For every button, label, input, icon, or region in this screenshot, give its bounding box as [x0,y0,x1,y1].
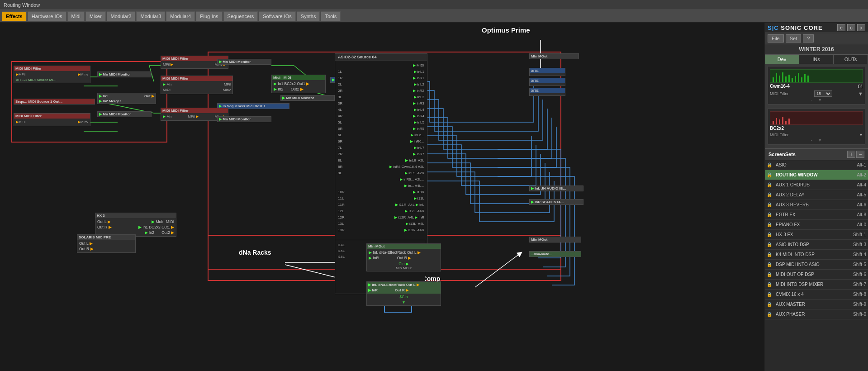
ss-shortcut: Alt-5 [846,192,866,197]
node-hx3[interactable]: HX 3 Out L ▶ ▶ Midi MIDI Out R ▶ ▶ In1 B… [95,213,176,237]
device-cwm-filter-select[interactable]: 151413 [814,90,832,97]
node-spacesta[interactable]: ▶ InR SPACESTA... [529,199,583,205]
screensets-add-btn[interactable]: + [847,151,855,158]
ss-row-aux3[interactable]: 🔒 AUX 3 REVERB Alt-6 [765,200,868,210]
node-mout-right-bottom[interactable]: MIn MOut [529,237,581,243]
panel-btn-minimize[interactable]: e [837,24,845,31]
node-xite-right1[interactable]: XITE [529,68,565,76]
panel-header: S|C SONIC CORE e o x [765,23,868,33]
canvas-area[interactable]: Optimus Prime dNa Racks MultiBand Comp M… [0,23,764,371]
ss-row-aux1[interactable]: 🔒 AUX 1 CHORUS Alt-4 [765,180,868,190]
ss-shortcut: Alt-0 [846,222,866,227]
panel-tab-ins[interactable]: INs [799,55,834,64]
node-midi-mout-top[interactable]: MIn MOut [529,53,579,59]
ss-shortcut: Alt-6 [846,202,866,207]
node-solaris-mic[interactable]: SOLARIS MIC PRE Out L ▶ Out R ▶ [77,234,136,253]
node-bc2x2[interactable]: Midi MIDI ▶ In1 BC2x2 Out1 ▶ ▶ In2 Out2 … [271,75,326,93]
ss-lock-icon: 🔒 [767,282,774,287]
ss-row-aux-master[interactable]: 🔒 AUX MASTER Shift-9 [765,300,868,309]
ss-lock-icon: 🔒 [767,232,774,237]
node-dna-effectrack-bottom[interactable]: ▶ InL dNa-EffectRack Out L ▶ ▶ InR Out R… [366,281,441,306]
node-dna-effectrack-top[interactable]: MIn MOut ▶ InL dNa-EffectRack Out L ▶ ▶ … [366,243,441,271]
ss-row-aux2[interactable]: 🔒 AUX 2 DELAY Alt-5 [765,190,868,200]
device-bc2-arrow-down: ▼ [859,133,863,137]
ss-name: DSP MIDI INTO ASIO [774,262,846,267]
node-dna-right[interactable]: ...dna-matc... [529,251,581,257]
panel-controls: e o x [837,24,865,31]
ss-row-aux-phaser[interactable]: 🔒 AUX PHASER Shift-0 [765,309,868,319]
ss-lock-icon: 🔒 [767,262,774,267]
title-bar: Routing Window [0,0,868,10]
ss-row-egtr[interactable]: 🔒 EGTR FX Alt-8 [765,210,868,220]
node-merger-1[interactable]: ▶ In1 Out ▶ ▶ In2 Merger [97,93,156,104]
tab-effects[interactable]: Effects [2,11,27,21]
panel-tab-outs[interactable]: OUTs [834,55,868,64]
ss-row-k4midi[interactable]: 🔒 K4 MIDI INTO DSP Shift-4 [765,250,868,260]
ss-name: MIDI OUT OF DSP [774,272,846,277]
device-card-cwm: Cwm16-4 01 MIDI Filter 151413 ▼ - ▼ [768,66,865,105]
ss-row-routing[interactable]: 🔒 ROUTING WINDOW Alt-2 [765,170,868,180]
ss-shortcut: Alt-4 [846,182,866,187]
node-xite-right2[interactable]: XITE [529,78,565,86]
ss-name: K4 MIDI INTO DSP [774,252,846,257]
node-midi-filter-mid2[interactable]: MIDI MIDI Filter ▶ Mn MFil MIDI MInv [161,76,233,94]
panel-btn-restore[interactable]: o [847,24,855,31]
tab-midi[interactable]: Midi [67,11,85,21]
node-midi-filter-1[interactable]: MIDI MIDI Filter ▶MFil ▶MInv XITE-1 MIDI… [14,66,90,83]
node-jh-audio[interactable]: ▶ InL JH AUDIO IB... [529,186,583,191]
device-visual-bc2 [770,111,863,125]
ss-row-midi-out[interactable]: 🔒 MIDI OUT OF DSP Shift-6 [765,270,868,280]
ss-row-midi-dsp-mixer[interactable]: 🔒 MIDI INTO DSP MIXER Shift-7 [765,280,868,290]
ss-name: AUX 2 DELAY [774,192,846,197]
node-midi-monitor-2[interactable]: ▶ Mn MIDI Monitor [97,111,152,117]
screensets-title: ScreenSets [768,152,796,157]
node-seq-midi-source[interactable]: Sequ... MIDI Source 1 Out... [14,99,95,105]
annotation-dna-racks: dNa Racks [239,249,271,256]
node-midi-monitor-1[interactable]: ▶ Mn MIDI Monitor [97,71,152,77]
ss-name: AUX 3 REVERB [774,202,846,207]
panel-tab-dev[interactable]: Dev [765,55,799,64]
screensets-remove-btn[interactable]: − [856,151,864,158]
tab-mixer[interactable]: Mixer [85,11,106,21]
tab-software-ios[interactable]: Software IOs [259,11,296,21]
ss-row-dsp-midi[interactable]: 🔒 DSP MIDI INTO ASIO Shift-5 [765,260,868,270]
ss-shortcut: Shift-9 [846,302,866,307]
node-xite-right3[interactable]: XITE [529,88,565,96]
device-cwm-row: Cwm16-4 01 [770,84,863,90]
menu-file[interactable]: File [768,34,784,43]
tab-plugins[interactable]: Plug-Ins [196,11,222,21]
ss-lock-icon: 🔒 [767,162,774,167]
tab-sequencers[interactable]: Sequencers [223,11,258,21]
ss-shortcut: Shift-8 [846,292,866,297]
panel-menu: File Set ? [765,33,868,44]
ss-row-cvmix[interactable]: 🔒 CVMIX 16 x 4 Shift-8 [765,290,868,300]
ss-name: HX-3 FX [774,232,846,237]
tab-modular3[interactable]: Modular3 [136,11,165,21]
tab-modular4[interactable]: Modular4 [166,11,195,21]
device-visual-cwm [770,69,863,83]
ss-shortcut: Alt-1 [846,162,866,167]
node-asio-source[interactable]: ASIO2-32 Source 64 ▶ MIDI 1L▶ inL1 1R▶ i… [335,53,427,257]
ss-row-hx3[interactable]: 🔒 HX-3 FX Shift-1 [765,230,868,240]
node-midi-monitor-bottom[interactable]: ▶ Mn MIDI Monitor [217,116,271,122]
tab-synths[interactable]: Synths [297,11,320,21]
ss-shortcut: Shift-1 [846,232,866,237]
node-midi-filter-2[interactable]: MIDI MIDI Filter ▶MFil ▶MInv [14,113,90,126]
device-card-bc2: BC2x2 MIDI Filter ▼ - ▼ [768,108,865,145]
ss-row-asio-dsp[interactable]: 🔒 ASIO INTO DSP Shift-3 [765,240,868,250]
menu-set[interactable]: Set [786,34,802,43]
ss-lock-icon: 🔒 [767,192,774,197]
ss-row-asio[interactable]: 🔒 ASIO Alt-1 [765,160,868,170]
ss-row-epiano[interactable]: 🔒 EPIANO FX Alt-0 [765,220,868,230]
ss-name: MIDI INTO DSP MIXER [774,282,846,287]
right-panel: S|C SONIC CORE e o x File Set ? WINTER 2… [764,23,868,371]
panel-btn-close[interactable]: x [857,24,865,31]
main-layout: Optimus Prime dNa Racks MultiBand Comp M… [0,23,868,371]
tab-modular2[interactable]: Modular2 [107,11,136,21]
node-midi-monitor-mid1[interactable]: ▶ Mn MIDI Monitor [217,59,271,65]
tab-hardware-ios[interactable]: Hardware IOs [28,11,66,21]
node-midi-monitor-mid[interactable]: ▶ Mn MIDI Monitor [280,95,335,101]
tab-tools[interactable]: Tools [321,11,341,21]
ss-lock-icon: 🔒 [767,182,774,187]
menu-help[interactable]: ? [803,34,814,43]
